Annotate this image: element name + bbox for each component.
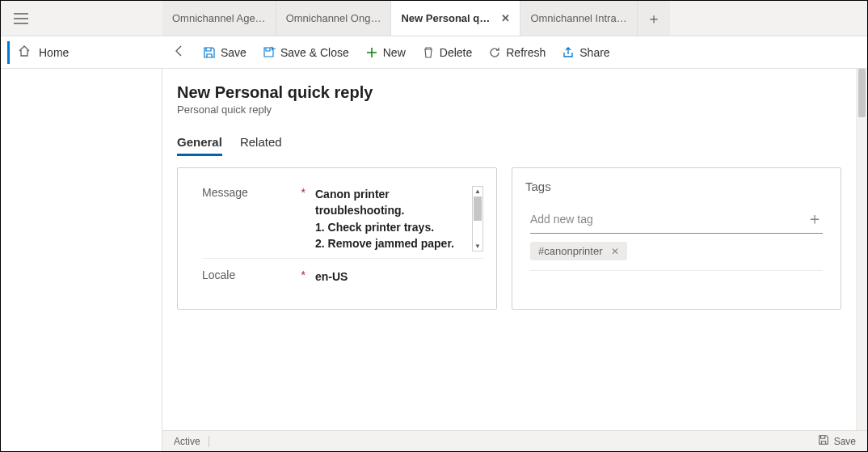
home-icon — [18, 44, 31, 60]
sidebar-item-label: Home — [39, 46, 69, 59]
field-message[interactable]: Message * Canon printer troubleshooting.… — [202, 183, 483, 259]
save-close-icon — [263, 46, 276, 59]
remove-tag-icon[interactable]: ✕ — [611, 246, 619, 257]
field-locale[interactable]: Locale * en-US — [202, 265, 483, 291]
button-label: Save — [221, 46, 246, 59]
active-marker — [7, 41, 10, 64]
button-label: New — [383, 46, 406, 59]
button-label: Delete — [440, 46, 472, 59]
sidebar-item-home[interactable]: Home — [1, 36, 162, 69]
trash-icon — [422, 46, 435, 59]
add-tag-input[interactable] — [530, 213, 807, 226]
page-subtitle: Personal quick reply — [177, 103, 853, 116]
tab-omnichannel-agent[interactable]: Omnichannel Age… — [162, 1, 276, 36]
tag-chip[interactable]: #canonprinter ✕ — [530, 242, 627, 260]
tags-section-title: Tags — [525, 180, 828, 193]
scroll-down-icon[interactable]: ▼ — [473, 243, 482, 250]
hamburger-icon[interactable] — [14, 13, 28, 24]
footer-save-button[interactable]: Save — [818, 434, 856, 448]
share-icon — [562, 46, 575, 59]
share-button[interactable]: Share — [555, 43, 616, 62]
tab-omnichannel-intraday[interactable]: Omnichannel Intra… — [520, 1, 637, 36]
tags-divider — [530, 270, 823, 271]
required-marker: * — [301, 186, 305, 199]
record-status: Active — [174, 436, 200, 447]
refresh-button[interactable]: Refresh — [482, 43, 552, 62]
tab-new-personal-quick-reply[interactable]: New Personal quick reply ✕ — [391, 1, 520, 36]
scroll-thumb[interactable] — [474, 196, 482, 221]
tags-panel: Tags ＋ #canonprinter ✕ — [512, 167, 841, 310]
tab-label: Omnichannel Age… — [172, 12, 266, 24]
delete-button[interactable]: Delete — [415, 43, 478, 62]
tab-label: Omnichannel Intra… — [530, 12, 626, 24]
save-and-close-button[interactable]: Save & Close — [256, 43, 356, 62]
add-tag-row: ＋ — [530, 208, 823, 234]
page-title: New Personal quick reply — [177, 83, 853, 102]
status-bar: Active Save — [162, 430, 867, 451]
new-button[interactable]: New — [359, 43, 412, 62]
tab-label: Omnichannel Ong… — [286, 12, 381, 24]
add-tag-button[interactable]: ＋ — [807, 208, 823, 230]
message-scrollbar[interactable]: ▲ ▼ — [472, 186, 483, 251]
field-value-locale[interactable]: en-US — [315, 268, 483, 285]
button-label: Share — [579, 46, 609, 59]
close-icon[interactable]: ✕ — [501, 12, 510, 24]
tab-label: New Personal quick reply — [401, 12, 495, 24]
button-label: Refresh — [506, 46, 546, 59]
field-label-text: Message — [202, 186, 248, 199]
tab-related[interactable]: Related — [240, 135, 282, 156]
fields-panel: Message * Canon printer troubleshooting.… — [177, 167, 497, 310]
tab-general[interactable]: General — [177, 135, 222, 156]
command-bar: Save Save & Close New Delete Refresh — [162, 36, 867, 69]
scroll-up-icon[interactable]: ▲ — [473, 188, 482, 195]
field-label-text: Locale — [202, 268, 235, 281]
save-icon — [818, 434, 829, 448]
status-divider — [209, 436, 209, 447]
hamburger-cell — [1, 1, 162, 36]
save-button[interactable]: Save — [196, 43, 253, 62]
tab-omnichannel-ongoing[interactable]: Omnichannel Ong… — [276, 1, 392, 36]
page-scrollbar[interactable] — [856, 69, 867, 430]
button-label: Save & Close — [280, 46, 349, 59]
save-icon — [203, 46, 216, 59]
scroll-thumb[interactable] — [858, 69, 866, 117]
form-tabs: General Related — [177, 135, 853, 156]
back-button[interactable] — [172, 44, 187, 61]
required-marker: * — [301, 268, 305, 281]
refresh-icon — [488, 46, 501, 59]
tab-strip: Omnichannel Age… Omnichannel Ong… New Pe… — [1, 1, 867, 36]
field-value-message[interactable]: Canon printer troubleshooting. 1. Check … — [315, 186, 467, 251]
button-label: Save — [834, 436, 856, 447]
new-tab-button[interactable]: ＋ — [638, 1, 670, 36]
plus-icon — [365, 46, 378, 59]
tag-chip-label: #canonprinter — [538, 245, 603, 257]
